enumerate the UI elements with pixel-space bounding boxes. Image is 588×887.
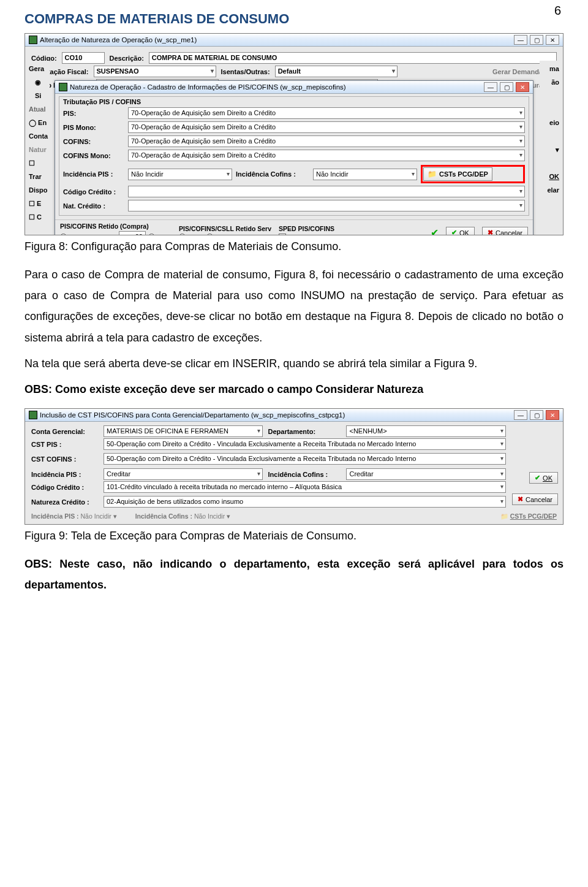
maximize-button[interactable]: ▢ (530, 35, 543, 45)
shot2-title: Inclusão de CST PIS/COFINS para Conta Ge… (40, 411, 345, 419)
cstcofins-label: CST COFINS : (31, 455, 99, 463)
sped-label: SPED PIS/COFINS (279, 225, 356, 232)
natcred2-dropdown[interactable]: 02-Aquisição de bens utilizados como ins… (104, 496, 506, 508)
codigo-field[interactable]: CO10 (62, 52, 105, 64)
depto-dropdown[interactable]: <NENHUM> (346, 425, 505, 437)
pismono-label: PIS Mono: (63, 124, 124, 131)
inner-window-title: Natureza de Operação - Cadastro de Infor… (70, 83, 346, 91)
cofinsmono-label: COFINS Mono: (63, 152, 124, 159)
incpis-dropdown[interactable]: Não Incidir (128, 169, 232, 180)
inccofins-dropdown[interactable]: Não Incidir (313, 169, 417, 180)
cofinsmono-dropdown[interactable]: 70-Operação de Aquisição sem Direito a C… (128, 150, 525, 161)
piscofins-dialog: Natureza de Operação - Cadastro de Infor… (55, 80, 533, 235)
faint-underlying-row: Incidência PIS : Não Incidir ▾ Incidênci… (25, 510, 563, 524)
figure-9-screenshot: Inclusão de CST PIS/COFINS para Conta Ge… (24, 408, 564, 525)
figure-8-screenshot: Alteração de Natureza de Operação (w_scp… (24, 33, 564, 235)
figure-8-caption: Figura 8: Configuração para Compras de M… (24, 240, 564, 253)
pis-label: PIS: (63, 110, 124, 117)
inner-window-titlebar: Natureza de Operação - Cadastro de Infor… (55, 81, 533, 94)
inccofins2-label: Incidência Cofins : (268, 471, 341, 478)
cofins-dropdown[interactable]: 70-Operação de Aquisição sem Direito a C… (128, 135, 525, 147)
inccofins-label: Incidência Cofins : (236, 170, 309, 178)
sim-label-2: Sim (191, 234, 203, 236)
close-button[interactable]: ✕ (516, 82, 529, 92)
minimize-button[interactable]: — (484, 82, 497, 92)
csts-pcg-dep-button[interactable]: 📁 CSTs PCG/DEP (423, 167, 492, 181)
paragraph-3: OBS: Como existe exceção deve ser marcad… (24, 379, 564, 400)
agreg-field[interactable]: ,00 (119, 231, 146, 235)
contager-label: Conta Gerencial: (31, 428, 99, 435)
paragraph-2: Na tela que será aberta deve-se clicar e… (24, 353, 564, 374)
cancel-button[interactable]: ✖Cancelar (482, 227, 528, 235)
outer-left-slice: Gera ◉ Si Atual ◯ En Conta Natur ☐ Trar … (28, 61, 50, 225)
codcred2-label: Código Crédito : (31, 484, 99, 491)
paragraph-1: Para o caso de Compra de material de con… (24, 264, 564, 348)
page-number: 6 (554, 4, 561, 18)
maximize-button[interactable]: ▢ (500, 82, 513, 92)
pismono-dropdown[interactable]: 70-Operação de Aquisição sem Direito a C… (128, 121, 525, 133)
inccofins2-dropdown[interactable]: Creditar (346, 468, 505, 480)
app-icon (29, 411, 37, 419)
codcredito-dropdown[interactable] (128, 186, 525, 197)
cst-button-highlight: 📁 CSTs PCG/DEP (421, 165, 525, 183)
descricao-label: Descrição: (110, 55, 144, 62)
group-title: Tributação PIS / COFINS (63, 98, 525, 105)
natcredito-dropdown[interactable] (128, 200, 525, 211)
considerar-natureza-checkbox[interactable] (279, 234, 286, 236)
cofins-label: COFINS: (63, 138, 124, 145)
minimize-button[interactable]: — (514, 35, 527, 45)
minimize-button[interactable]: — (514, 410, 527, 420)
nao-label: Não (159, 234, 172, 236)
close-button[interactable]: ✕ (546, 35, 559, 45)
serv-nao-radio[interactable] (206, 234, 213, 235)
descricao-field[interactable]: COMPRA DE MATERIAL DE CONSUMO (149, 52, 557, 64)
section-heading: COMPRAS DE MATERIAIS DE CONSUMO (24, 11, 564, 27)
check-icon: ✔ (431, 227, 439, 235)
sim-label: Sim (71, 234, 83, 236)
ok-button[interactable]: ✔OK (446, 227, 475, 235)
ok-button-2[interactable]: ✔OK (529, 472, 558, 484)
retido-sim-radio[interactable] (60, 234, 67, 235)
agreg-label: % Agreg.: (85, 234, 116, 236)
incpis2-dropdown[interactable]: Creditar (104, 468, 263, 480)
pis-dropdown[interactable]: 70-Operação de Aquisição sem Direito a C… (128, 107, 525, 119)
shot2-titlebar: Inclusão de CST PIS/COFINS para Conta Ge… (25, 409, 563, 422)
tribfiscal-dropdown[interactable]: SUSPENSAO (94, 66, 216, 77)
piscofins-retido-label: PIS/COFINS Retido (Compra) (60, 223, 172, 230)
natcredito-label: Nat. Crédito : (63, 202, 124, 210)
cstcofins-dropdown[interactable]: 50-Operação com Direito a Crédito - Vinc… (104, 453, 506, 465)
paragraph-4: OBS: Neste caso, não indicando o departa… (24, 554, 564, 595)
retido-nao-radio[interactable] (148, 234, 155, 235)
figure-9-caption: Figura 9: Tela de Exceção para Compras d… (24, 530, 564, 542)
codcred2-dropdown[interactable]: 101-Crédito vinculado à receita tributad… (104, 481, 506, 493)
depto-label: Departamento: (268, 428, 341, 435)
app-icon (29, 36, 37, 44)
isentas-dropdown[interactable]: Default (275, 66, 398, 77)
folder-icon: 📁 (428, 170, 437, 178)
considerar-natureza-label: Considerar Natureza (290, 234, 356, 236)
cancel-button-2[interactable]: ✖Cancelar (512, 493, 558, 505)
nao-label-2: Não (219, 234, 231, 236)
dialog-bottom-row: PIS/COFINS Retido (Compra) Sim % Agreg.:… (55, 219, 533, 235)
outer-right-slice: ma ão eio ▾ OK elar (540, 61, 560, 198)
natcred2-label: Natureza Crédito : (31, 498, 99, 506)
cstpis-label: CST PIS : (31, 441, 99, 448)
outer-window-title: Alteração de Natureza de Operação (w_scp… (40, 36, 197, 44)
isentas-label: Isentas/Outras: (221, 68, 270, 75)
close-button[interactable]: ✕ (546, 410, 559, 420)
serv-sim-radio[interactable] (179, 234, 186, 235)
incpis2-label: Incidência PIS : (31, 471, 99, 478)
maximize-button[interactable]: ▢ (530, 410, 543, 420)
gerar-demanda-label: Gerar Demanda (492, 68, 543, 75)
cstpis-dropdown[interactable]: 50-Operação com Direito a Crédito - Vinc… (104, 438, 506, 450)
incpis-label: Incidência PIS : (63, 170, 124, 178)
outer-window-titlebar: Alteração de Natureza de Operação (w_scp… (25, 34, 563, 47)
contager-dropdown[interactable]: MATERIAIS DE OFICINA E FERRAMEN (104, 425, 263, 437)
codcredito-label: Código Crédito : (63, 188, 124, 196)
app-icon (59, 83, 67, 91)
tributacao-groupbox: Tributação PIS / COFINS PIS: 70-Operação… (59, 96, 529, 216)
pcs-serv-label: PIS/COFINS/CSLL Retido Serv (179, 225, 271, 232)
